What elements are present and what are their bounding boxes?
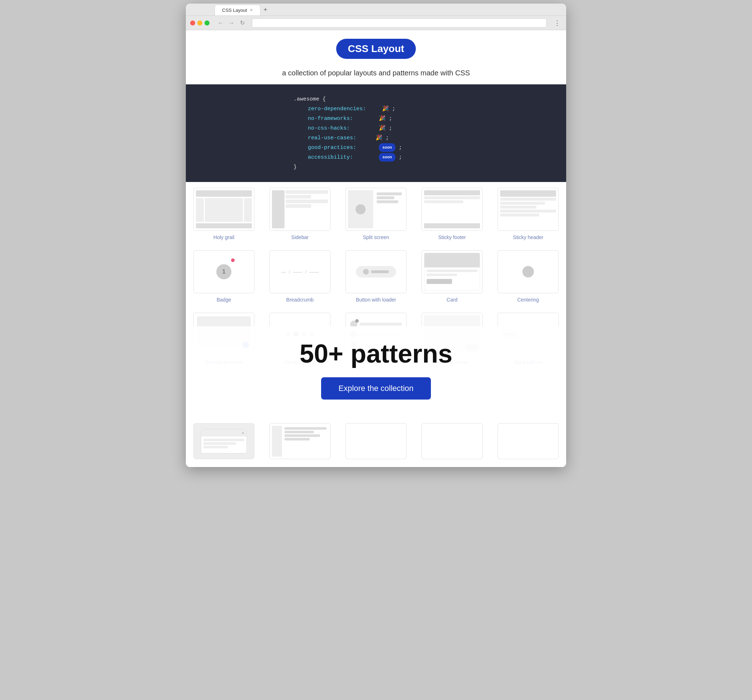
center-circle: [522, 266, 534, 277]
page-content: CSS Layout a collection of popular layou…: [186, 30, 566, 467]
card-card[interactable]: Card: [414, 244, 490, 307]
hg-footer: [196, 223, 252, 228]
card-holy-grail[interactable]: Holy grail: [186, 182, 262, 244]
code-inner: .awesome { zero-dependencies: 🎉 ; no-fra…: [286, 95, 466, 172]
modal-line-1: [204, 439, 244, 441]
card-preview-card: [421, 250, 483, 293]
card-preview-layout-sidebar: [269, 423, 331, 459]
code-semi-1: ;: [392, 106, 395, 112]
new-tab-button[interactable]: +: [261, 5, 270, 14]
card-preview-split-screen: [345, 188, 407, 231]
card-split-screen[interactable]: Split screen: [338, 182, 414, 244]
maximize-window-button[interactable]: [205, 20, 210, 25]
modal-body: [201, 437, 247, 453]
card-label-centering: Centering: [517, 297, 539, 303]
card-preview-breadcrumb: — / —— / ——: [269, 250, 331, 293]
back-button[interactable]: ←: [217, 19, 225, 27]
refresh-button[interactable]: ↻: [238, 19, 246, 27]
card-sticky-footer[interactable]: Sticky footer: [414, 182, 490, 244]
sb-line-4: [286, 204, 311, 208]
ss-left-panel: [348, 190, 373, 228]
modal-line-2: [204, 442, 236, 445]
card-label-badge: Badge: [217, 297, 231, 303]
sh-line-2: [500, 202, 545, 205]
code-prop-6: accessibility:: [308, 154, 353, 160]
tagline: a collection of popular layouts and patt…: [186, 65, 566, 84]
cards-row-1: Holy grail Sidebar: [186, 182, 566, 244]
browser-menu-button[interactable]: ⋮: [553, 19, 562, 27]
sb-line-2: [286, 195, 311, 199]
ss-circle: [356, 204, 365, 214]
sh-header: [500, 190, 556, 197]
code-line-3: no-css-hacks: 🎉 ;: [286, 123, 466, 133]
active-tab[interactable]: CSS Layout ✕: [214, 5, 261, 16]
card-preview-sticky-footer: [421, 188, 483, 231]
code-open-brace: {: [323, 96, 326, 102]
code-semi-3: ;: [389, 125, 392, 131]
card-preview-blank-3: [498, 423, 559, 459]
card-blank-2[interactable]: [414, 417, 490, 467]
minimize-window-button[interactable]: [197, 20, 202, 25]
code-semi-2: ;: [389, 115, 392, 122]
btn-mock: [356, 266, 396, 277]
close-window-button[interactable]: [190, 20, 195, 25]
bc-wrap: — / —— / ——: [270, 250, 330, 293]
code-val-2: 🎉: [356, 115, 386, 122]
sb-line-3: [286, 199, 328, 203]
hg-sidebar-left: [196, 198, 204, 222]
tab-close-button[interactable]: ✕: [250, 8, 253, 12]
explore-button[interactable]: Explore the collection: [321, 377, 430, 400]
overlay-section: 50+ patterns Explore the collection: [186, 326, 566, 417]
ss-right-panel: [374, 190, 404, 228]
tab-title: CSS Layout: [222, 8, 247, 13]
code-prop-1: zero-dependencies:: [308, 106, 366, 112]
forward-button[interactable]: →: [227, 19, 235, 27]
code-line-4: real-use-cases: 🎉 ;: [286, 133, 466, 143]
logo: CSS Layout: [336, 39, 415, 59]
sh-line-1: [500, 198, 556, 201]
layout-main-el: [283, 426, 328, 457]
layout-preview: [272, 426, 328, 457]
badge-soon-1: soon: [379, 143, 395, 152]
card-centering[interactable]: Centering: [490, 244, 566, 307]
card-preview-button-loader: [345, 250, 407, 293]
code-prop-2: no-frameworks:: [308, 115, 353, 122]
code-val-6: [356, 154, 376, 160]
card-btn-mock: [427, 279, 452, 284]
code-prop-5: good-practices:: [308, 145, 356, 151]
card-blank-3[interactable]: [490, 417, 566, 467]
row3-with-overlay: Docked at corner Dot navigation: [186, 307, 566, 417]
card-button-loader[interactable]: Button with loader: [338, 244, 414, 307]
browser-window: CSS Layout ✕ + ← → ↻ ⋮ CSS Layout a coll…: [186, 3, 566, 467]
sh-line-5: [500, 213, 539, 216]
sf-line-2: [424, 200, 463, 203]
browser-titlebar: ← → ↻ ⋮: [186, 16, 566, 30]
modal-box: ✕: [201, 429, 247, 453]
hg-header: [196, 190, 252, 197]
card-preview-blank-1: [345, 423, 407, 459]
card-label-sidebar: Sidebar: [291, 235, 309, 240]
card-layout-sidebar[interactable]: [262, 417, 338, 467]
card-modal[interactable]: ✕: [186, 417, 262, 467]
card-mock: [424, 253, 480, 291]
card-line-2: [427, 274, 457, 276]
modal-preview: ✕: [194, 423, 254, 459]
sb-line-1: [286, 190, 328, 194]
layout-sidebar-el: [272, 426, 282, 457]
card-badge[interactable]: 1 Badge: [186, 244, 262, 307]
code-selector: .awesome: [294, 96, 319, 102]
traffic-lights: [190, 20, 210, 25]
card-body-mock: [424, 268, 480, 286]
card-breadcrumb[interactable]: — / —— / —— Breadcrumb: [262, 244, 338, 307]
card-blank-1[interactable]: [338, 417, 414, 467]
bc-item-1: —: [281, 269, 286, 275]
card-sidebar[interactable]: Sidebar: [262, 182, 338, 244]
sb-body: [272, 190, 328, 228]
ss-body: [348, 190, 404, 228]
sf-header: [424, 190, 480, 195]
code-semi-4: ;: [386, 135, 389, 141]
browser-navigation: ← → ↻: [217, 19, 246, 27]
hg-sidebar-right: [244, 198, 252, 222]
card-sticky-header[interactable]: Sticky header: [490, 182, 566, 244]
address-bar[interactable]: [252, 18, 547, 28]
